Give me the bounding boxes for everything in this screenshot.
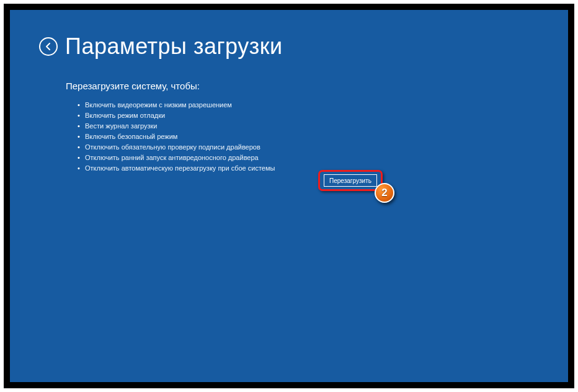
restart-button[interactable]: Перезагрузить — [324, 174, 377, 187]
option-item: Вести журнал загрузки — [78, 121, 568, 131]
option-item: Отключить обязательную проверку подписи … — [78, 142, 568, 153]
option-item: Включить безопасный режим — [78, 131, 568, 142]
outer-frame: Параметры загрузки Перезагрузите систему… — [0, 0, 578, 392]
back-arrow-icon — [44, 42, 53, 51]
option-item: Включить видеорежим с низким разрешением — [78, 100, 568, 110]
inner-frame: Параметры загрузки Перезагрузите систему… — [4, 4, 574, 388]
startup-settings-screen: Параметры загрузки Перезагрузите систему… — [10, 10, 568, 382]
back-button[interactable] — [39, 37, 58, 56]
annotation-badge: 2 — [375, 183, 394, 203]
restart-highlight: Перезагрузить — [318, 170, 383, 191]
subtitle: Перезагрузите систему, чтобы: — [66, 81, 568, 91]
option-item: Включить режим отладки — [78, 110, 568, 121]
option-item: Отключить ранний запуск антивредоносного… — [78, 153, 568, 163]
options-list: Включить видеорежим с низким разрешением… — [78, 100, 568, 174]
page-title: Параметры загрузки — [65, 33, 568, 60]
